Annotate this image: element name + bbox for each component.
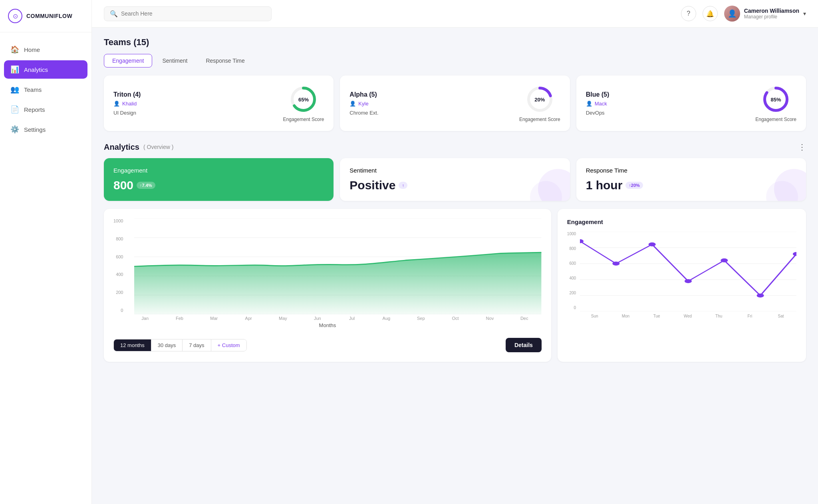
- x-jul: Jul: [335, 316, 369, 321]
- teams-title: Teams (15): [104, 37, 806, 48]
- search-input[interactable]: [121, 10, 266, 17]
- dot-fri: [757, 294, 764, 298]
- more-options-icon[interactable]: ⋮: [798, 142, 806, 152]
- donut-percent: 85%: [771, 96, 781, 102]
- header: 🔍 ? 🔔 👤 Cameron Williamson Manager profi…: [92, 0, 818, 28]
- eng-y-200: 200: [569, 291, 576, 295]
- donut-label: Engagement Score: [519, 117, 560, 122]
- help-button[interactable]: ?: [681, 6, 696, 21]
- sidebar-item-reports-label: Reports: [24, 106, 45, 113]
- analytics-cards: Engagement 800 ↑7.4% Sentiment Positive …: [104, 158, 806, 201]
- donut-wrap: 65% Engagement Score: [283, 84, 324, 122]
- sidebar-item-settings[interactable]: ⚙️ Settings: [4, 120, 87, 139]
- member-icon: 👤: [113, 101, 120, 107]
- sidebar-item-analytics[interactable]: 📊 Analytics: [4, 60, 87, 79]
- filter-7days[interactable]: 7 days: [183, 339, 211, 351]
- x-axis-label: Months: [113, 322, 542, 328]
- filter-30days[interactable]: 30 days: [151, 339, 183, 351]
- search-box[interactable]: 🔍: [104, 6, 272, 21]
- eng-y-1000: 1000: [567, 232, 576, 236]
- analytics-badge: ↑: [399, 182, 407, 189]
- y-label-0: 0: [121, 308, 123, 313]
- y-label-400: 400: [116, 272, 123, 277]
- main-chart-card: 1000 800 600 400 200 0: [104, 209, 551, 362]
- analytics-card-label: Engagement: [113, 167, 324, 174]
- x-may: May: [266, 316, 300, 321]
- search-icon: 🔍: [110, 10, 118, 18]
- dot-tue: [649, 242, 656, 246]
- x-oct: Oct: [438, 316, 473, 321]
- x-jan: Jan: [128, 316, 162, 321]
- chart-bottom: 12 months 30 days 7 days + Custom Detail…: [113, 331, 542, 352]
- y-label-1000: 1000: [113, 218, 123, 223]
- team-member: 👤 Khalid: [113, 101, 141, 107]
- logo-icon: ⊙: [8, 9, 22, 23]
- dot-sat: [793, 252, 796, 256]
- member-icon: 👤: [349, 101, 356, 107]
- tab-sentiment[interactable]: Sentiment: [154, 54, 196, 67]
- nav-items: 🏠 Home 📊 Analytics 👥 Teams 📄 Reports ⚙️ …: [0, 32, 91, 147]
- dot-thu: [721, 258, 728, 262]
- eng-x-mon: Mon: [610, 314, 641, 318]
- x-mar: Mar: [197, 316, 231, 321]
- user-profile[interactable]: 👤 Cameron Williamson Manager profile ▾: [724, 6, 806, 22]
- team-cards: Triton (4) 👤 Khalid UI Design 65%: [104, 75, 806, 131]
- donut-wrap: 85% Engagement Score: [755, 84, 796, 122]
- notifications-button[interactable]: 🔔: [703, 6, 718, 21]
- donut-label: Engagement Score: [755, 117, 796, 122]
- sidebar-item-settings-label: Settings: [24, 126, 46, 133]
- engagement-chart-card: Engagement 1000 800 600 400 200 0: [558, 209, 806, 362]
- analytics-section: Analytics ( Overview ) ⋮ Engagement 800 …: [104, 142, 806, 201]
- y-label-600: 600: [116, 254, 123, 259]
- team-card: Triton (4) 👤 Khalid UI Design 65%: [104, 75, 334, 131]
- dot-wed: [685, 279, 692, 283]
- sidebar: ⊙ COMMUNIFLOW 🏠 Home 📊 Analytics 👥 Teams…: [0, 0, 92, 504]
- analytics-title: Analytics: [104, 143, 139, 152]
- sidebar-item-reports[interactable]: 📄 Reports: [4, 100, 87, 119]
- analytics-card-label: Sentiment: [349, 167, 560, 174]
- donut-label: Engagement Score: [283, 117, 324, 122]
- x-sep: Sep: [404, 316, 438, 321]
- x-feb: Feb: [162, 316, 197, 321]
- eng-x-sat: Sat: [765, 314, 796, 318]
- eng-x-sun: Sun: [579, 314, 610, 318]
- team-info: Triton (4) 👤 Khalid UI Design: [113, 91, 141, 116]
- team-project: UI Design: [113, 110, 141, 116]
- team-project: DevOps: [586, 110, 610, 116]
- teams-icon: 👥: [10, 85, 19, 94]
- donut-chart: 65%: [288, 84, 318, 114]
- donut-percent: 20%: [534, 96, 545, 102]
- x-jun: Jun: [300, 316, 335, 321]
- sidebar-item-home[interactable]: 🏠 Home: [4, 40, 87, 59]
- tab-engagement[interactable]: Engagement: [104, 54, 152, 67]
- analytics-icon: 📊: [10, 65, 19, 74]
- team-name: Triton (4): [113, 91, 141, 98]
- y-label-200: 200: [116, 290, 123, 295]
- analytics-subtitle: ( Overview ): [143, 144, 173, 150]
- dot-mon: [612, 262, 619, 266]
- x-dec: Dec: [507, 316, 542, 321]
- sidebar-item-teams[interactable]: 👥 Teams: [4, 80, 87, 99]
- details-button[interactable]: Details: [506, 338, 542, 352]
- reports-icon: 📄: [10, 105, 19, 114]
- eng-y-600: 600: [569, 261, 576, 266]
- filter-custom[interactable]: + Custom: [211, 339, 246, 351]
- eng-x-thu: Thu: [703, 314, 735, 318]
- team-project: Chrome Ext.: [349, 110, 378, 116]
- donut-percent: 65%: [298, 96, 309, 102]
- eng-x-wed: Wed: [672, 314, 703, 318]
- filter-12months[interactable]: 12 months: [114, 339, 151, 351]
- team-card: Alpha (5) 👤 Kyle Chrome Ext. 20%: [340, 75, 570, 131]
- tab-response-time[interactable]: Response Time: [197, 54, 253, 67]
- page-content: Teams (15) Engagement Sentiment Response…: [92, 28, 818, 371]
- y-label-800: 800: [116, 236, 123, 241]
- teams-section: Teams (15) Engagement Sentiment Response…: [104, 37, 806, 131]
- home-icon: 🏠: [10, 45, 19, 54]
- avatar: 👤: [724, 6, 740, 22]
- analytics-card-value: 1 hour ↑20%: [586, 179, 796, 192]
- x-apr: Apr: [231, 316, 266, 321]
- analytics-badge: ↑20%: [625, 182, 643, 189]
- analytics-header: Analytics ( Overview ) ⋮: [104, 142, 806, 152]
- donut-chart: 20%: [525, 84, 555, 114]
- team-info: Blue (5) 👤 Mack DevOps: [586, 91, 610, 116]
